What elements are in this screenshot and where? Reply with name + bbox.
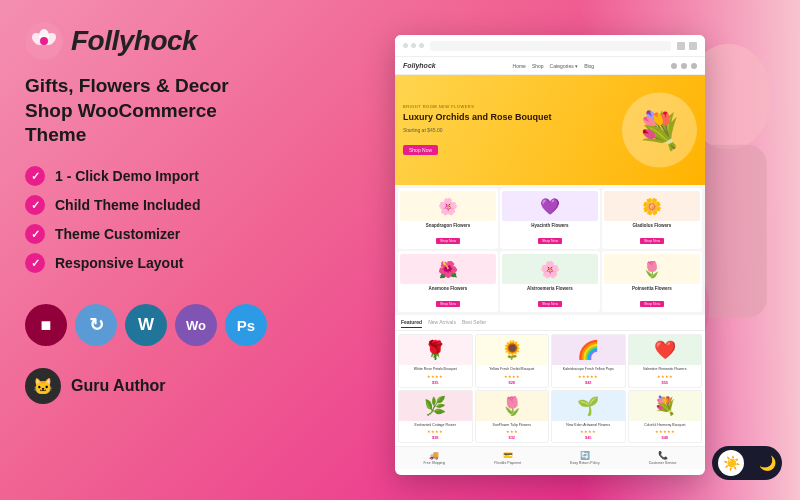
dark-mode-toggle[interactable]: ☀️ 🌙 [712, 446, 782, 480]
product-price-5: $38 [399, 435, 472, 442]
category-snapdragon: 🌸 Snapdragon Flowers Shop Now [398, 188, 498, 249]
nav-categories: Categories ▾ [550, 63, 579, 69]
product-price-8: $48 [629, 435, 702, 442]
feature-item-3: Theme Customizer [25, 224, 280, 244]
preview-browser-header [395, 35, 705, 57]
feature-label-2: Child Theme Included [55, 197, 200, 213]
website-preview: Follyhock Home Shop Categories ▾ Blog BR… [395, 35, 705, 475]
cat-name-hyacinth: Hyacinth Flowers [502, 223, 598, 228]
tab-new-arrivals[interactable]: New Arrivals [428, 319, 456, 328]
product-img-5: 🌿 [399, 391, 472, 421]
preview-categories: 🌸 Snapdragon Flowers Shop Now 💜 Hyacinth… [395, 185, 705, 315]
cat-btn-anemone[interactable]: Shop Now [436, 301, 460, 307]
logo-area: Follyhock [25, 22, 280, 60]
product-title-5: Enchanted Cottage Flower [399, 421, 472, 430]
product-price-2: $28 [476, 380, 549, 387]
check-icon-3 [25, 224, 45, 244]
category-gladiolus: 🌼 Gladiolus Flowers Shop Now [602, 188, 702, 249]
product-title-1: White Rose Petals Bouquet [399, 365, 472, 374]
cat-name-anemone: Anemone Flowers [400, 286, 496, 291]
revolution-slider-badge: ↻ [75, 304, 117, 346]
hero-flower-image: 💐 [622, 93, 697, 168]
check-icon-2 [25, 195, 45, 215]
category-alstroemeria: 🌸 Alstroemeria Flowers Shop Now [500, 251, 600, 312]
star-icon: 🐱 [33, 377, 53, 396]
hero-title: Luxury Orchids and Rose Bouquet [403, 112, 617, 124]
features-list: 1 - Click Demo Import Child Theme Includ… [25, 166, 280, 282]
dot-yellow [411, 43, 416, 48]
dot-red [403, 43, 408, 48]
feature-label-3: Theme Customizer [55, 226, 180, 242]
footer-support-label: Customer Service [649, 461, 677, 465]
payment-icon: 💳 [494, 451, 521, 460]
sun-icon: ☀️ [723, 455, 740, 471]
hero-text-area: BRIGHT ROOM NEW FLOWERS Luxury Orchids a… [403, 104, 617, 157]
cat-img-anemone: 🌺 [400, 254, 496, 284]
author-label: Guru Author [71, 377, 166, 395]
svg-point-4 [40, 37, 48, 45]
footer-shipping-label: Free Shipping [423, 461, 445, 465]
product-img-4: ❤️ [629, 335, 702, 365]
tagline: Gifts, Flowers & Decor Shop WooCommerce … [25, 74, 280, 148]
feature-item-1: 1 - Click Demo Import [25, 166, 280, 186]
photoshop-badge: Ps [225, 304, 267, 346]
dot-green [419, 43, 424, 48]
url-bar [430, 41, 671, 51]
wishlist-action [691, 63, 697, 69]
feature-label-1: 1 - Click Demo Import [55, 168, 199, 184]
product-5: 🌿 Enchanted Cottage Flower ★★★★ $38 [398, 390, 473, 444]
tab-featured[interactable]: Featured [401, 319, 422, 328]
product-img-1: 🌹 [399, 335, 472, 365]
product-price-6: $32 [476, 435, 549, 442]
browser-icon-1 [677, 42, 685, 50]
cat-btn-poinsettia[interactable]: Shop Now [640, 301, 664, 307]
hero-image-area: 💐 [617, 83, 697, 177]
product-2: 🌻 Yellow Fresh Orchid Bouquet ★★★★ $28 [475, 334, 550, 388]
nav-blog: Blog [584, 63, 594, 69]
product-price-1: $35 [399, 380, 472, 387]
product-title-4: Valentine Romantic Flowers [629, 365, 702, 374]
preview-tabs: Featured New Arrivals Best Seller [395, 315, 705, 331]
tab-best-seller[interactable]: Best Seller [462, 319, 486, 328]
product-price-3: $42 [552, 380, 625, 387]
hero-price: Starting at $45.00 [403, 127, 617, 133]
product-price-7: $45 [552, 435, 625, 442]
wordpress-badge: W [125, 304, 167, 346]
hero-cta-button[interactable]: Shop Now [403, 145, 438, 155]
cat-name-snapdragon: Snapdragon Flowers [400, 223, 496, 228]
check-icon-4 [25, 253, 45, 273]
hero-small-text: BRIGHT ROOM NEW FLOWERS [403, 104, 617, 109]
cat-btn-gladiolus[interactable]: Shop Now [640, 238, 664, 244]
cat-btn-snapdragon[interactable]: Shop Now [436, 238, 460, 244]
support-icon: 📞 [649, 451, 677, 460]
footer-support: 📞 Customer Service [649, 451, 677, 465]
category-hyacinth: 💜 Hyacinth Flowers Shop Now [500, 188, 600, 249]
cat-name-alstroemeria: Alstroemeria Flowers [502, 286, 598, 291]
product-4: ❤️ Valentine Romantic Flowers ★★★★ $55 [628, 334, 703, 388]
moon-icon: 🌙 [759, 455, 776, 471]
cat-btn-hyacinth[interactable]: Shop Now [538, 238, 562, 244]
right-panel: Follyhock Home Shop Categories ▾ Blog BR… [300, 0, 800, 500]
feature-label-4: Responsive Layout [55, 255, 183, 271]
cat-btn-alstroemeria[interactable]: Shop Now [538, 301, 562, 307]
preview-hero: BRIGHT ROOM NEW FLOWERS Luxury Orchids a… [395, 75, 705, 185]
footer-return-label: Easy Return Policy [570, 461, 600, 465]
logo-text: Follyhock [71, 25, 197, 57]
nav-home: Home [513, 63, 526, 69]
preview-products: 🌹 White Rose Petals Bouquet ★★★★ $35 🌻 Y… [395, 331, 705, 446]
product-img-8: 💐 [629, 391, 702, 421]
cat-name-poinsettia: Poinsettia Flowers [604, 286, 700, 291]
check-icon-1 [25, 166, 45, 186]
category-anemone: 🌺 Anemone Flowers Shop Now [398, 251, 498, 312]
product-8: 💐 Colorful Harmony Bouquet ★★★★★ $48 [628, 390, 703, 444]
shipping-icon: 🚚 [423, 451, 445, 460]
product-3: 🌈 Kaleidoscope Fresh Yellow Pops ★★★★★ $… [551, 334, 626, 388]
browser-icon-2 [689, 42, 697, 50]
nav-shop: Shop [532, 63, 544, 69]
product-price-4: $55 [629, 380, 702, 387]
logo-icon [25, 22, 63, 60]
woocommerce-badge: Wo [175, 304, 217, 346]
cat-img-hyacinth: 💜 [502, 191, 598, 221]
author-icon: 🐱 [25, 368, 61, 404]
cart-action [681, 63, 687, 69]
